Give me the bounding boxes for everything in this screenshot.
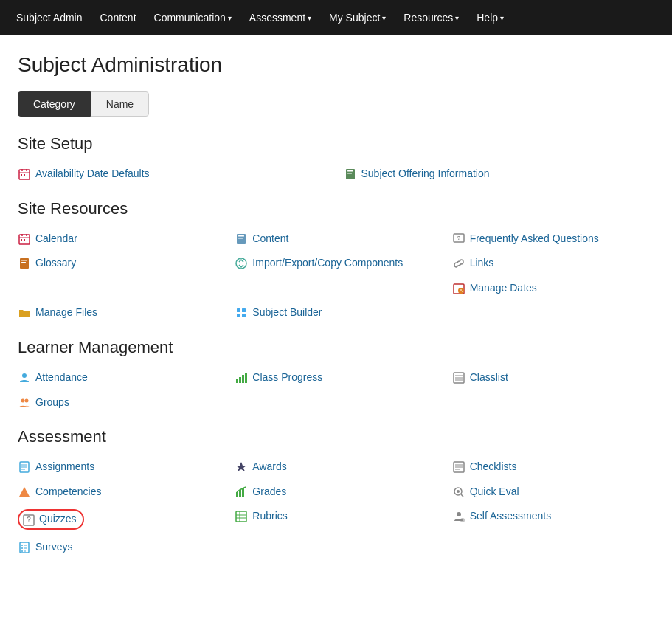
- tab-name[interactable]: Name: [91, 91, 149, 117]
- nav-item-communication[interactable]: Communication ▾: [147, 7, 239, 28]
- checklists-icon: [452, 460, 465, 474]
- link-grades[interactable]: Grades: [252, 485, 286, 500]
- link-calendar-red[interactable]: Calendar: [35, 232, 77, 246]
- nav-item-subject-admin[interactable]: Subject Admin: [9, 7, 90, 28]
- nav-item-assessment[interactable]: Assessment ▾: [242, 7, 319, 28]
- link-checklists[interactable]: Checklists: [470, 460, 517, 474]
- surveys-icon: [18, 541, 31, 554]
- link-manage-dates[interactable]: Manage Dates: [470, 281, 537, 296]
- link-competencies[interactable]: Competencies: [35, 485, 102, 500]
- section-assessment: AssessmentAssignmentsAwardsChecklistsCom…: [18, 427, 654, 557]
- nav-item-my-subject[interactable]: My Subject ▾: [322, 7, 393, 28]
- grid-item: Surveys: [18, 537, 220, 558]
- svg-point-69: [21, 550, 23, 552]
- link-groups[interactable]: Groups: [35, 395, 69, 410]
- calendar-red-icon: [18, 167, 31, 181]
- transfer-icon: [235, 257, 248, 270]
- link-folder[interactable]: Manage Files: [35, 305, 97, 320]
- svg-point-63: [460, 518, 465, 522]
- link-quick-eval[interactable]: Quick Eval: [470, 485, 519, 500]
- grid-item: Competencies: [18, 482, 220, 502]
- attendance-icon: [18, 371, 31, 384]
- chevron-down-icon: ▾: [308, 14, 311, 22]
- link-rubrics[interactable]: Rubrics: [252, 509, 287, 524]
- awards-icon: [235, 460, 248, 474]
- link-book-green[interactable]: Subject Offering Information: [361, 167, 490, 182]
- link-transfer[interactable]: Import/Export/Copy Components: [252, 256, 403, 271]
- link-progress[interactable]: Class Progress: [252, 370, 322, 385]
- svg-rect-51: [236, 492, 238, 497]
- grid-item: Links: [452, 253, 654, 274]
- link-faq[interactable]: Frequently Asked Questions: [470, 232, 599, 246]
- grid-item: Rubrics: [235, 506, 437, 533]
- svg-rect-27: [242, 308, 246, 312]
- section-learner-management: Learner ManagementAttendanceClass Progre…: [18, 338, 654, 412]
- svg-rect-26: [237, 308, 240, 312]
- svg-rect-7: [347, 170, 353, 172]
- svg-rect-16: [238, 235, 244, 237]
- section-title-site-setup: Site Setup: [18, 134, 654, 153]
- assignments-icon: [18, 460, 31, 474]
- items-grid-site-setup: Availability Date DefaultsSubject Offeri…: [18, 164, 654, 184]
- manage-dates-icon: [452, 282, 465, 295]
- progress-icon: [235, 371, 248, 384]
- svg-rect-53: [242, 488, 244, 497]
- svg-rect-58: [236, 511, 246, 522]
- link-calendar-red[interactable]: Availability Date Defaults: [35, 167, 150, 182]
- faq-icon: ?: [452, 232, 465, 246]
- link-quizzes[interactable]: Quizzes: [39, 512, 77, 527]
- svg-point-30: [22, 373, 27, 378]
- link-surveys[interactable]: Surveys: [35, 540, 73, 555]
- svg-marker-50: [19, 487, 30, 497]
- classlist-icon: [452, 371, 465, 384]
- grid-item: Calendar: [18, 229, 220, 249]
- svg-point-65: [21, 545, 23, 546]
- link-awards[interactable]: Awards: [252, 460, 286, 474]
- book-orange-icon: [18, 257, 31, 270]
- nav-item-resources[interactable]: Resources ▾: [396, 7, 466, 28]
- link-links[interactable]: Links: [470, 256, 494, 271]
- link-book-orange[interactable]: Glossary: [35, 256, 76, 271]
- grid-item: Grades: [235, 482, 437, 502]
- grid-item: [452, 393, 654, 413]
- link-self-assessments[interactable]: Self Assessments: [470, 509, 552, 524]
- quizzes-icon: ?: [22, 514, 35, 527]
- grid-item: Availability Date Defaults: [18, 164, 329, 184]
- main-nav: Subject AdminContentCommunication ▾Asses…: [0, 0, 672, 35]
- link-assignments[interactable]: Assignments: [35, 460, 94, 474]
- section-site-setup: Site SetupAvailability Date DefaultsSubj…: [18, 134, 654, 184]
- svg-point-62: [457, 512, 461, 516]
- grid-item: [18, 278, 220, 299]
- svg-rect-33: [242, 375, 244, 383]
- grid-item: [452, 303, 654, 323]
- nav-item-content[interactable]: Content: [93, 7, 144, 28]
- calendar-red-icon: [18, 232, 31, 246]
- svg-rect-22: [21, 262, 26, 263]
- page-title: Subject Administration: [18, 53, 654, 77]
- link-attendance[interactable]: Attendance: [35, 370, 88, 385]
- grid-item: Assignments: [18, 457, 220, 477]
- tab-category[interactable]: Category: [18, 91, 91, 117]
- grid-item: [235, 537, 437, 558]
- svg-rect-4: [21, 174, 22, 176]
- chevron-down-icon: ▾: [228, 14, 232, 22]
- grid-item: Classlist: [452, 367, 654, 388]
- grid-item: Checklists: [452, 457, 654, 477]
- svg-rect-29: [242, 314, 246, 317]
- svg-rect-21: [21, 260, 27, 261]
- link-builder[interactable]: Subject Builder: [252, 305, 322, 320]
- section-title-learner-management: Learner Management: [18, 338, 654, 357]
- grid-item: Manage Dates: [452, 278, 654, 299]
- grades-icon: [235, 485, 248, 499]
- svg-point-55: [457, 490, 460, 493]
- svg-point-39: [21, 398, 25, 402]
- svg-rect-5: [24, 174, 25, 176]
- svg-rect-14: [24, 239, 25, 241]
- nav-item-help[interactable]: Help ▾: [469, 7, 511, 28]
- grid-item: Manage Files: [18, 303, 220, 323]
- links-icon: [452, 257, 465, 270]
- grid-item: Attendance: [18, 367, 220, 388]
- grid-item: Self Assessments: [452, 506, 654, 533]
- link-book-blue[interactable]: Content: [252, 232, 288, 246]
- link-classlist[interactable]: Classlist: [470, 370, 508, 385]
